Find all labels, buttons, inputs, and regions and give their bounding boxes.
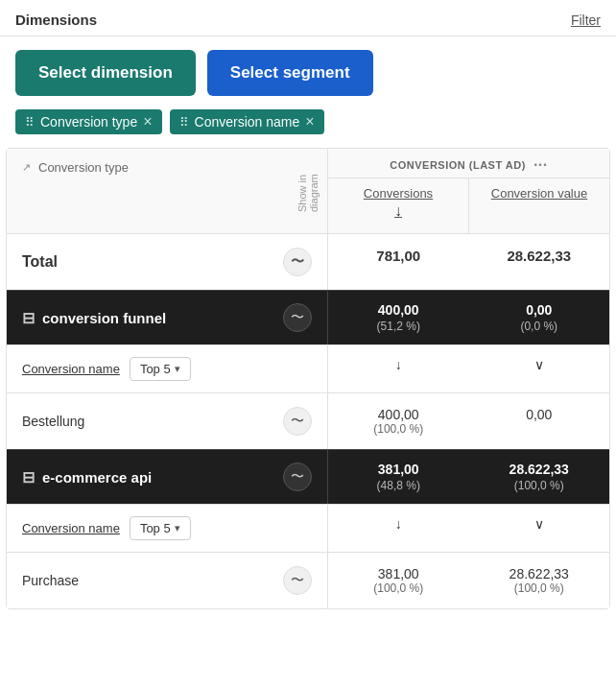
bestellung-conversions-value: 400,00 xyxy=(378,407,419,422)
group-conversions-value: 400,00 xyxy=(378,302,419,318)
bestellung-conv-value-cell: 0,00 xyxy=(469,393,610,449)
sub-dim-label-ecommerce-api[interactable]: Conversion name xyxy=(22,521,120,535)
sub-dim-row-ecommerce-api: Conversion name Top 5 ▾ ↓ ∨ xyxy=(7,504,609,552)
tag-close-conversion-type[interactable]: × xyxy=(143,114,152,130)
group-row-conversion-funnel: ⊟ conversion funnel 〜 400,00 (51,2 %) 0,… xyxy=(7,290,609,344)
purchase-conv-value-cell: 28.622,33 (100,0 %) xyxy=(469,553,610,608)
show-in-diagram-label[interactable]: Show in diagram xyxy=(296,170,320,212)
total-row: Total 〜 781,00 28.622,33 xyxy=(7,233,609,290)
dimension-label: Conversion type xyxy=(38,160,129,175)
tags-row: ⠿ Conversion type × ⠿ Conversion name × xyxy=(0,106,616,148)
total-label-cell: Total 〜 xyxy=(7,234,328,290)
chevron-down-icon-conversion-funnel: ▾ xyxy=(175,363,180,375)
total-conversions-value: 781,00 xyxy=(376,248,420,264)
purchase-trend-button[interactable]: 〜 xyxy=(283,566,312,595)
group-dim-ecommerce-api: ⊟ e-commerce api 〜 xyxy=(7,450,328,504)
group-dim-conversion-funnel: ⊟ conversion funnel 〜 xyxy=(7,291,328,344)
tag-close-conversion-name[interactable]: × xyxy=(305,114,314,130)
group-conversions-value-ecommerce: 381,00 xyxy=(378,462,419,477)
tag-conversion-type: ⠿ Conversion type × xyxy=(15,109,162,134)
top5-label-conversion-funnel: Top 5 xyxy=(140,362,171,376)
tag-label-conversion-name: Conversion name xyxy=(195,114,300,130)
purchase-conversions-pct: (100,0 %) xyxy=(344,581,454,595)
purchase-conversions-value: 381,00 xyxy=(378,566,419,581)
group-conv-value: 0,00 xyxy=(526,302,552,318)
filter-link[interactable]: Filter xyxy=(571,12,601,28)
top5-label-ecommerce-api: Top 5 xyxy=(140,521,171,535)
group-conversions-pct-ecommerce: (48,8 %) xyxy=(377,479,420,492)
group-name-ecommerce-api: ⊟ e-commerce api xyxy=(22,468,152,486)
sub-metric-sort-ecommerce-api[interactable]: ↓ xyxy=(328,505,469,552)
sub-metric-expand-ecommerce-api[interactable]: ∨ xyxy=(469,505,610,552)
group-label-ecommerce-api: e-commerce api xyxy=(42,469,152,486)
purchase-conv-value: 28.622,33 xyxy=(509,566,569,581)
page-title: Dimensions xyxy=(15,12,97,28)
group-name-conversion-funnel: ⊟ conversion funnel xyxy=(22,309,166,327)
conversion-value-column-header[interactable]: Conversion value xyxy=(469,178,609,233)
collapse-conversion-funnel-icon[interactable]: ⊟ xyxy=(22,309,35,327)
group-conversions-conversion-funnel: 400,00 (51,2 %) xyxy=(328,291,469,344)
purchase-conversions-cell: 381,00 (100,0 %) xyxy=(328,553,469,608)
data-row-purchase: Purchase 〜 381,00 (100,0 %) 28.622,33 (1… xyxy=(7,552,609,608)
tag-label-conversion-type: Conversion type xyxy=(40,114,137,130)
total-trend-button[interactable]: 〜 xyxy=(283,248,312,276)
group-label-conversion-funnel: conversion funnel xyxy=(42,310,166,326)
group-conv-value-ecommerce: 28.622,33 xyxy=(509,462,569,477)
table-header: ↗ Conversion type Show in diagram CONVER… xyxy=(7,149,609,233)
bestellung-conv-value: 0,00 xyxy=(526,407,552,422)
conversions-column-header[interactable]: Conversions ↓ xyxy=(328,178,469,233)
purchase-label: Purchase xyxy=(22,573,79,588)
data-row-bestellung: Bestellung 〜 400,00 (100,0 %) 0,00 xyxy=(7,392,609,449)
bestellung-trend-button[interactable]: 〜 xyxy=(283,407,312,436)
data-dim-purchase: Purchase 〜 xyxy=(7,553,328,608)
bestellung-label: Bestellung xyxy=(22,414,84,429)
sub-dim-cell-ecommerce-api: Conversion name Top 5 ▾ xyxy=(7,505,328,552)
metrics-menu-icon[interactable]: ··· xyxy=(533,156,548,174)
top5-select-conversion-funnel[interactable]: Top 5 ▾ xyxy=(130,357,191,381)
total-conversion-value: 28.622,33 xyxy=(507,248,571,264)
chevron-down-icon-ecommerce-api: ▾ xyxy=(175,522,180,534)
group-conversions-pct: (51,2 %) xyxy=(377,320,420,333)
bestellung-conversions-pct: (100,0 %) xyxy=(344,422,454,436)
group-conv-value-pct: (0,0 %) xyxy=(520,320,557,333)
sub-dim-row-conversion-funnel: Conversion name Top 5 ▾ ↓ ∨ xyxy=(7,344,609,392)
metrics-column-header: CONVERSION (LAST AD) ··· Conversions ↓ C… xyxy=(328,149,609,233)
dimension-column-header: ↗ Conversion type Show in diagram xyxy=(7,149,328,233)
drag-icon-conversion-type: ⠿ xyxy=(25,115,35,130)
sub-metric-expand-conversion-funnel[interactable]: ∨ xyxy=(469,345,610,392)
expand-icon: ↗ xyxy=(22,161,31,174)
header: Dimensions Filter xyxy=(0,0,616,36)
total-conversion-value-cell: 28.622,33 xyxy=(469,234,610,290)
purchase-conv-value-pct: (100,0 %) xyxy=(485,581,595,595)
group-trend-button-conversion-funnel[interactable]: 〜 xyxy=(283,303,312,332)
conversion-section-label: CONVERSION (LAST AD) ··· xyxy=(328,149,609,178)
group-row-ecommerce-api: ⊟ e-commerce api 〜 381,00 (48,8 %) 28.62… xyxy=(7,449,609,504)
drag-icon-conversion-name: ⠿ xyxy=(179,115,189,130)
group-conversions-ecommerce-api: 381,00 (48,8 %) xyxy=(328,450,469,504)
sub-metric-sort-conversion-funnel[interactable]: ↓ xyxy=(328,345,469,392)
select-dimension-button[interactable]: Select dimension xyxy=(15,50,196,96)
total-conversions-cell: 781,00 xyxy=(328,234,469,290)
group-conv-value-ecommerce-api: 28.622,33 (100,0 %) xyxy=(469,450,610,504)
sub-dim-cell-conversion-funnel: Conversion name Top 5 ▾ xyxy=(7,345,328,392)
tag-conversion-name: ⠿ Conversion name × xyxy=(170,109,324,134)
collapse-ecommerce-api-icon[interactable]: ⊟ xyxy=(22,468,35,486)
bestellung-conversions-cell: 400,00 (100,0 %) xyxy=(328,393,469,449)
group-trend-button-ecommerce-api[interactable]: 〜 xyxy=(283,463,312,491)
group-conv-value-conversion-funnel: 0,00 (0,0 %) xyxy=(469,291,610,344)
group-conv-value-pct-ecommerce: (100,0 %) xyxy=(514,479,564,492)
total-label: Total xyxy=(22,253,58,271)
metrics-cols: Conversions ↓ Conversion value xyxy=(328,178,609,233)
buttons-row: Select dimension Select segment xyxy=(0,36,616,106)
select-segment-button[interactable]: Select segment xyxy=(207,50,373,96)
top5-select-ecommerce-api[interactable]: Top 5 ▾ xyxy=(130,516,191,540)
sort-arrow-conversions: ↓ xyxy=(344,201,453,225)
data-table: ↗ Conversion type Show in diagram CONVER… xyxy=(6,148,610,609)
data-dim-bestellung: Bestellung 〜 xyxy=(7,393,328,449)
sub-dim-label-conversion-funnel[interactable]: Conversion name xyxy=(22,362,120,376)
